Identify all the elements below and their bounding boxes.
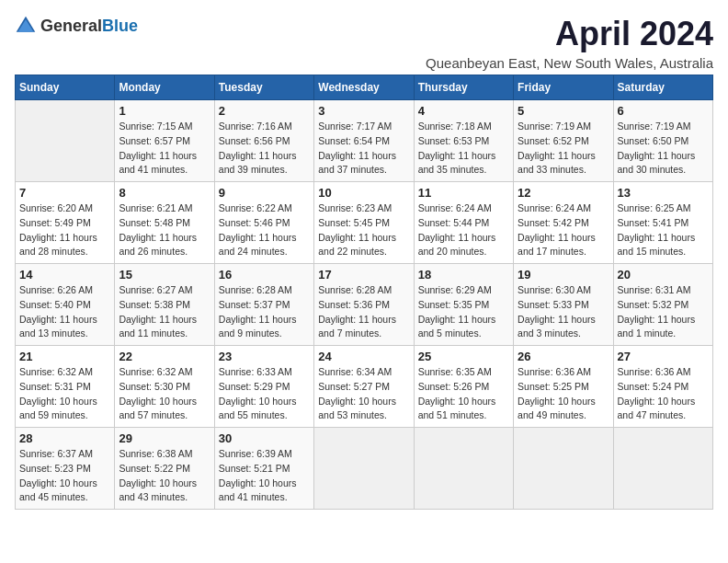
calendar-cell: 22Sunrise: 6:32 AM Sunset: 5:30 PM Dayli… <box>115 346 214 428</box>
calendar-cell: 25Sunrise: 6:35 AM Sunset: 5:26 PM Dayli… <box>414 346 513 428</box>
day-info: Sunrise: 6:31 AM Sunset: 5:32 PM Dayligh… <box>618 283 709 341</box>
day-number: 1 <box>119 104 210 118</box>
calendar-cell: 3Sunrise: 7:17 AM Sunset: 6:54 PM Daylig… <box>314 100 414 182</box>
day-info: Sunrise: 6:22 AM Sunset: 5:46 PM Dayligh… <box>219 201 310 259</box>
day-info: Sunrise: 6:30 AM Sunset: 5:33 PM Dayligh… <box>518 283 609 341</box>
day-number: 7 <box>19 186 110 200</box>
day-number: 3 <box>318 104 409 118</box>
day-number: 19 <box>518 268 609 282</box>
week-row-3: 14Sunrise: 6:26 AM Sunset: 5:40 PM Dayli… <box>16 264 713 346</box>
day-number: 30 <box>219 431 310 445</box>
calendar-cell: 26Sunrise: 6:36 AM Sunset: 5:25 PM Dayli… <box>514 346 613 428</box>
title-block: April 2024 Queanbeyan East, New South Wa… <box>426 15 713 71</box>
day-info: Sunrise: 6:36 AM Sunset: 5:25 PM Dayligh… <box>518 365 609 423</box>
day-number: 15 <box>119 268 210 282</box>
day-number: 12 <box>518 186 609 200</box>
day-number: 4 <box>418 104 509 118</box>
calendar-cell: 14Sunrise: 6:26 AM Sunset: 5:40 PM Dayli… <box>16 264 115 346</box>
calendar-cell: 4Sunrise: 7:18 AM Sunset: 6:53 PM Daylig… <box>414 100 513 182</box>
calendar-cell: 5Sunrise: 7:19 AM Sunset: 6:52 PM Daylig… <box>514 100 613 182</box>
calendar-cell: 28Sunrise: 6:37 AM Sunset: 5:23 PM Dayli… <box>16 428 115 510</box>
header-section: GeneralBlue April 2024 Queanbeyan East, … <box>15 15 713 71</box>
day-info: Sunrise: 6:32 AM Sunset: 5:30 PM Dayligh… <box>119 365 210 423</box>
day-info: Sunrise: 6:24 AM Sunset: 5:44 PM Dayligh… <box>418 201 509 259</box>
day-info: Sunrise: 7:16 AM Sunset: 6:56 PM Dayligh… <box>219 120 310 178</box>
calendar-cell <box>613 428 712 510</box>
weekday-header-tuesday: Tuesday <box>214 75 313 100</box>
calendar-cell: 1Sunrise: 7:15 AM Sunset: 6:57 PM Daylig… <box>115 100 214 182</box>
day-number: 17 <box>318 268 409 282</box>
calendar-cell: 19Sunrise: 6:30 AM Sunset: 5:33 PM Dayli… <box>514 264 613 346</box>
day-info: Sunrise: 6:37 AM Sunset: 5:23 PM Dayligh… <box>19 447 110 505</box>
main-title: April 2024 <box>426 15 713 53</box>
day-info: Sunrise: 6:28 AM Sunset: 5:37 PM Dayligh… <box>219 283 310 341</box>
calendar-cell: 2Sunrise: 7:16 AM Sunset: 6:56 PM Daylig… <box>214 100 313 182</box>
day-number: 5 <box>518 104 609 118</box>
weekday-header-friday: Friday <box>514 75 613 100</box>
day-info: Sunrise: 7:17 AM Sunset: 6:54 PM Dayligh… <box>318 120 409 178</box>
day-number: 21 <box>19 350 110 363</box>
calendar-cell: 8Sunrise: 6:21 AM Sunset: 5:48 PM Daylig… <box>115 182 214 264</box>
day-number: 26 <box>518 350 609 363</box>
calendar-cell: 24Sunrise: 6:34 AM Sunset: 5:27 PM Dayli… <box>314 346 414 428</box>
weekday-header-monday: Monday <box>115 75 214 100</box>
day-info: Sunrise: 6:21 AM Sunset: 5:48 PM Dayligh… <box>119 201 210 259</box>
day-info: Sunrise: 6:34 AM Sunset: 5:27 PM Dayligh… <box>318 365 409 423</box>
calendar-cell: 29Sunrise: 6:38 AM Sunset: 5:22 PM Dayli… <box>115 428 214 510</box>
day-info: Sunrise: 7:15 AM Sunset: 6:57 PM Dayligh… <box>119 120 210 178</box>
calendar-cell <box>414 428 513 510</box>
day-info: Sunrise: 6:29 AM Sunset: 5:35 PM Dayligh… <box>418 283 509 341</box>
day-info: Sunrise: 6:26 AM Sunset: 5:40 PM Dayligh… <box>19 283 110 341</box>
day-info: Sunrise: 6:27 AM Sunset: 5:38 PM Dayligh… <box>119 283 210 341</box>
day-info: Sunrise: 6:25 AM Sunset: 5:41 PM Dayligh… <box>618 201 709 259</box>
week-row-4: 21Sunrise: 6:32 AM Sunset: 5:31 PM Dayli… <box>16 346 713 428</box>
calendar-cell: 20Sunrise: 6:31 AM Sunset: 5:32 PM Dayli… <box>613 264 712 346</box>
week-row-1: 1Sunrise: 7:15 AM Sunset: 6:57 PM Daylig… <box>16 100 713 182</box>
day-info: Sunrise: 7:18 AM Sunset: 6:53 PM Dayligh… <box>418 120 509 178</box>
calendar-cell: 23Sunrise: 6:33 AM Sunset: 5:29 PM Dayli… <box>214 346 313 428</box>
day-number: 22 <box>119 350 210 363</box>
logo: GeneralBlue <box>15 15 138 37</box>
day-number: 11 <box>418 186 509 200</box>
calendar-cell: 21Sunrise: 6:32 AM Sunset: 5:31 PM Dayli… <box>16 346 115 428</box>
day-info: Sunrise: 6:24 AM Sunset: 5:42 PM Dayligh… <box>518 201 609 259</box>
logo-general: General <box>40 17 102 35</box>
day-info: Sunrise: 6:35 AM Sunset: 5:26 PM Dayligh… <box>418 365 509 423</box>
day-info: Sunrise: 6:36 AM Sunset: 5:24 PM Dayligh… <box>618 365 709 423</box>
day-info: Sunrise: 6:39 AM Sunset: 5:21 PM Dayligh… <box>219 447 310 505</box>
day-number: 8 <box>119 186 210 200</box>
calendar-cell <box>314 428 414 510</box>
week-row-5: 28Sunrise: 6:37 AM Sunset: 5:23 PM Dayli… <box>16 428 713 510</box>
calendar-cell: 6Sunrise: 7:19 AM Sunset: 6:50 PM Daylig… <box>613 100 712 182</box>
weekday-header-wednesday: Wednesday <box>314 75 414 100</box>
calendar-cell: 27Sunrise: 6:36 AM Sunset: 5:24 PM Dayli… <box>613 346 712 428</box>
day-info: Sunrise: 6:33 AM Sunset: 5:29 PM Dayligh… <box>219 365 310 423</box>
day-number: 25 <box>418 350 509 363</box>
calendar-cell <box>514 428 613 510</box>
calendar-cell: 12Sunrise: 6:24 AM Sunset: 5:42 PM Dayli… <box>514 182 613 264</box>
day-number: 10 <box>318 186 409 200</box>
day-number: 13 <box>618 186 709 200</box>
calendar-cell: 7Sunrise: 6:20 AM Sunset: 5:49 PM Daylig… <box>16 182 115 264</box>
calendar-cell: 15Sunrise: 6:27 AM Sunset: 5:38 PM Dayli… <box>115 264 214 346</box>
calendar-cell: 30Sunrise: 6:39 AM Sunset: 5:21 PM Dayli… <box>214 428 313 510</box>
calendar-cell: 13Sunrise: 6:25 AM Sunset: 5:41 PM Dayli… <box>613 182 712 264</box>
calendar-cell <box>16 100 115 182</box>
week-row-2: 7Sunrise: 6:20 AM Sunset: 5:49 PM Daylig… <box>16 182 713 264</box>
subtitle: Queanbeyan East, New South Wales, Austra… <box>426 55 713 71</box>
day-number: 27 <box>618 350 709 363</box>
logo-blue: Blue <box>102 17 138 35</box>
calendar-cell: 18Sunrise: 6:29 AM Sunset: 5:35 PM Dayli… <box>414 264 513 346</box>
calendar-cell: 10Sunrise: 6:23 AM Sunset: 5:45 PM Dayli… <box>314 182 414 264</box>
day-info: Sunrise: 6:20 AM Sunset: 5:49 PM Dayligh… <box>19 201 110 259</box>
calendar-table: SundayMondayTuesdayWednesdayThursdayFrid… <box>15 75 713 510</box>
day-number: 14 <box>19 268 110 282</box>
day-info: Sunrise: 6:38 AM Sunset: 5:22 PM Dayligh… <box>119 447 210 505</box>
day-info: Sunrise: 6:32 AM Sunset: 5:31 PM Dayligh… <box>19 365 110 423</box>
calendar-cell: 9Sunrise: 6:22 AM Sunset: 5:46 PM Daylig… <box>214 182 313 264</box>
weekday-header-sunday: Sunday <box>16 75 115 100</box>
day-number: 9 <box>219 186 310 200</box>
day-number: 18 <box>418 268 509 282</box>
calendar-cell: 11Sunrise: 6:24 AM Sunset: 5:44 PM Dayli… <box>414 182 513 264</box>
day-number: 6 <box>618 104 709 118</box>
